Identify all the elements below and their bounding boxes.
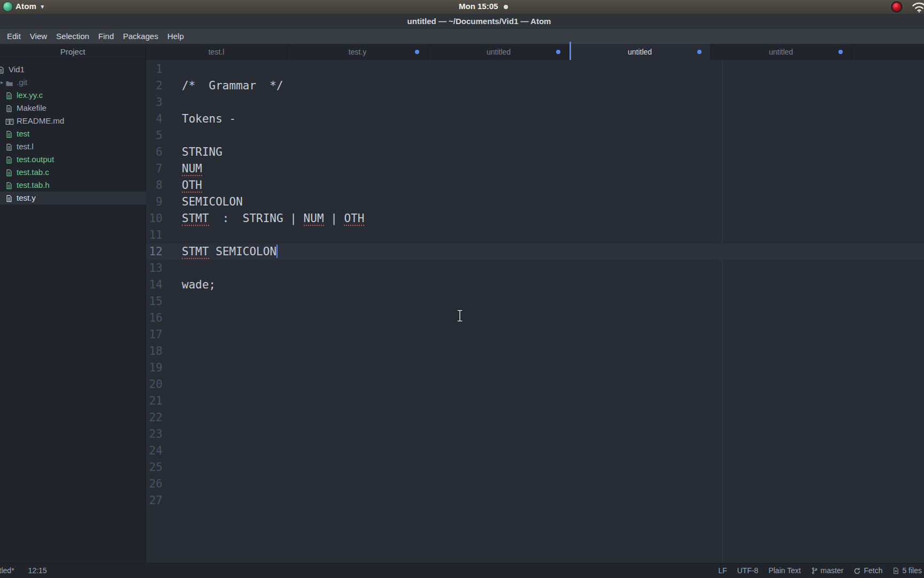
chevron-down-icon: ▼ — [40, 4, 45, 10]
editor-line[interactable]: 5 — [146, 127, 924, 144]
line-text: STMT : STRING | NUM | OTH — [182, 210, 364, 227]
chevron-right-icon[interactable]: ▸ — [1, 76, 3, 89]
tree-item-test[interactable]: test — [0, 127, 146, 140]
line-number: 14 — [146, 277, 163, 293]
modified-dot-icon[interactable] — [556, 50, 560, 54]
editor-line[interactable]: 8OTH — [146, 177, 924, 194]
line-number: 4 — [146, 111, 163, 127]
status-cursor-position[interactable]: 12:15 — [28, 564, 47, 578]
file-icon — [5, 155, 14, 164]
menu-selection[interactable]: Selection — [56, 29, 89, 44]
tree-item-Vid1[interactable]: Vid1 — [0, 63, 146, 76]
editor-line[interactable]: 21 — [146, 393, 924, 409]
tab-label: test.y — [349, 48, 366, 56]
tree-item-README.md[interactable]: README.md — [0, 115, 146, 127]
misspelled-word: STMT — [182, 212, 209, 226]
editor-line[interactable]: 25 — [146, 459, 924, 476]
line-number: 24 — [146, 443, 163, 459]
editor-line[interactable]: 11 — [146, 227, 924, 244]
editor-line[interactable]: 27 — [146, 492, 924, 509]
editor-line[interactable]: 10STMT : STRING | NUM | OTH — [146, 210, 924, 227]
status-master[interactable]: master — [811, 564, 844, 578]
modified-dot-icon[interactable] — [838, 50, 843, 54]
tree-item-lex.yy.c[interactable]: lex.yy.c — [0, 89, 146, 102]
line-text: SEMICOLON — [182, 194, 243, 210]
line-number: 6 — [146, 144, 163, 161]
menu-packages[interactable]: Packages — [123, 29, 158, 44]
misspelled-word: STMT — [182, 245, 209, 259]
editor-line[interactable]: 9SEMICOLON — [146, 194, 924, 210]
tab-untitled-4[interactable]: untitled — [711, 44, 852, 60]
app-menu-atom[interactable]: Atom▼ — [16, 2, 45, 11]
editor-line[interactable]: 18 — [146, 343, 924, 360]
status-label: Fetch — [864, 564, 882, 578]
editor-line[interactable]: 4Tokens - — [146, 111, 924, 127]
status-5-files[interactable]: 5 files — [892, 564, 922, 578]
system-clock[interactable]: Mon 15:05 — [459, 2, 498, 11]
sync-icon — [853, 567, 861, 575]
editor-line[interactable]: 6STRING — [146, 144, 924, 161]
editor-line[interactable]: 22 — [146, 409, 924, 426]
tab-test.l-0[interactable]: test.l — [146, 44, 287, 60]
editor-line[interactable]: 17 — [146, 326, 924, 343]
editor-line[interactable]: 12STMT SEMICOLON — [146, 244, 924, 260]
status-filename[interactable]: untitled* — [0, 564, 14, 578]
line-text: STMT SEMICOLON — [182, 244, 278, 260]
project-header[interactable]: Project — [0, 44, 145, 60]
tree-item-.git[interactable]: ▸.git — [0, 76, 146, 89]
status-utf-8[interactable]: UTF-8 — [737, 564, 758, 578]
modified-dot-icon[interactable] — [415, 50, 419, 54]
line-number: 15 — [146, 293, 163, 310]
tab-untitled-3[interactable]: untitled — [569, 44, 711, 60]
file-icon — [5, 91, 14, 100]
tab-test.y-1[interactable]: test.y — [287, 44, 428, 60]
file-plus-icon — [892, 567, 899, 575]
wifi-icon[interactable] — [911, 2, 924, 13]
editor-line[interactable]: 13 — [146, 260, 924, 277]
record-icon[interactable] — [891, 1, 903, 13]
text-editor[interactable]: 12/* Grammar */34Tokens -56STRING7NUM8OT… — [146, 60, 924, 563]
tree-item-test.l[interactable]: test.l — [0, 140, 146, 153]
tab-label: untitled — [769, 48, 793, 56]
editor-line[interactable]: 20 — [146, 376, 924, 393]
misspelled-word: NUM — [182, 162, 202, 176]
tab-label: untitled — [487, 48, 511, 56]
tree-item-test.output[interactable]: test.output — [0, 153, 146, 166]
menu-find[interactable]: Find — [98, 29, 114, 44]
line-text: Tokens - — [182, 111, 236, 127]
file-tree: Vid1▸.gitlex.yy.cMakefileREADME.mdtestte… — [0, 63, 145, 204]
editor-line[interactable]: 24 — [146, 443, 924, 459]
status-fetch[interactable]: Fetch — [853, 564, 882, 578]
tab-untitled-2[interactable]: untitled — [428, 44, 569, 60]
line-number: 25 — [146, 459, 163, 476]
menu-help[interactable]: Help — [167, 29, 184, 44]
editor-line[interactable]: 26 — [146, 476, 924, 492]
status-plain-text[interactable]: Plain Text — [768, 564, 800, 578]
tree-item-test.y[interactable]: test.y — [0, 192, 146, 204]
tree-item-Makefile[interactable]: Makefile — [0, 102, 146, 115]
status-lf[interactable]: LF — [718, 564, 727, 578]
modified-dot-icon[interactable] — [697, 50, 702, 54]
line-number: 22 — [146, 409, 163, 426]
line-number: 9 — [146, 194, 163, 210]
line-number: 16 — [146, 310, 163, 326]
editor-line[interactable]: 23 — [146, 426, 924, 443]
editor-line[interactable]: 2/* Grammar */ — [146, 78, 924, 94]
status-label: 5 files — [902, 564, 922, 578]
editor-line[interactable]: 19 — [146, 360, 924, 376]
file-icon — [5, 168, 14, 177]
tree-item-test.tab.h[interactable]: test.tab.h — [0, 179, 146, 192]
menu-view[interactable]: View — [30, 29, 47, 44]
editor-line[interactable]: 7NUM — [146, 161, 924, 177]
tree-item-label: test — [17, 127, 29, 140]
editor-line[interactable]: 15 — [146, 293, 924, 310]
editor-line[interactable]: 3 — [146, 94, 924, 111]
menu-edit[interactable]: Edit — [7, 29, 21, 44]
status-right: LFUTF-8Plain TextmasterFetch5 files — [718, 564, 922, 578]
line-text: NUM — [182, 161, 202, 177]
editor-line[interactable]: 16 — [146, 310, 924, 326]
editor-line[interactable]: 14wade; — [146, 277, 924, 293]
editor-line[interactable]: 1 — [146, 61, 924, 78]
misspelled-word: OTH — [344, 212, 364, 226]
tree-item-test.tab.c[interactable]: test.tab.c — [0, 166, 146, 179]
